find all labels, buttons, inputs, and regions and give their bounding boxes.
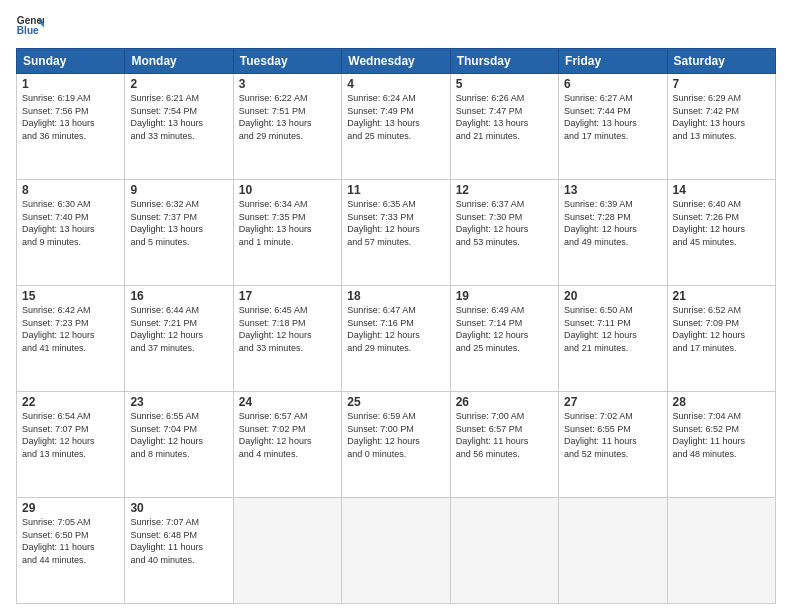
- col-header-friday: Friday: [559, 49, 667, 74]
- day-info: Sunrise: 6:45 AM Sunset: 7:18 PM Dayligh…: [239, 304, 336, 354]
- week-row-5: 29Sunrise: 7:05 AM Sunset: 6:50 PM Dayli…: [17, 498, 776, 604]
- day-number: 25: [347, 395, 444, 409]
- day-info: Sunrise: 6:55 AM Sunset: 7:04 PM Dayligh…: [130, 410, 227, 460]
- day-cell: 2Sunrise: 6:21 AM Sunset: 7:54 PM Daylig…: [125, 74, 233, 180]
- day-number: 16: [130, 289, 227, 303]
- week-row-4: 22Sunrise: 6:54 AM Sunset: 7:07 PM Dayli…: [17, 392, 776, 498]
- col-header-tuesday: Tuesday: [233, 49, 341, 74]
- day-number: 27: [564, 395, 661, 409]
- day-info: Sunrise: 6:34 AM Sunset: 7:35 PM Dayligh…: [239, 198, 336, 248]
- day-cell: 20Sunrise: 6:50 AM Sunset: 7:11 PM Dayli…: [559, 286, 667, 392]
- col-header-wednesday: Wednesday: [342, 49, 450, 74]
- day-info: Sunrise: 6:26 AM Sunset: 7:47 PM Dayligh…: [456, 92, 553, 142]
- day-cell: 30Sunrise: 7:07 AM Sunset: 6:48 PM Dayli…: [125, 498, 233, 604]
- day-cell: 4Sunrise: 6:24 AM Sunset: 7:49 PM Daylig…: [342, 74, 450, 180]
- day-info: Sunrise: 6:35 AM Sunset: 7:33 PM Dayligh…: [347, 198, 444, 248]
- day-number: 11: [347, 183, 444, 197]
- day-number: 15: [22, 289, 119, 303]
- day-cell: 19Sunrise: 6:49 AM Sunset: 7:14 PM Dayli…: [450, 286, 558, 392]
- day-number: 14: [673, 183, 770, 197]
- day-info: Sunrise: 6:29 AM Sunset: 7:42 PM Dayligh…: [673, 92, 770, 142]
- day-number: 28: [673, 395, 770, 409]
- day-cell: 11Sunrise: 6:35 AM Sunset: 7:33 PM Dayli…: [342, 180, 450, 286]
- day-info: Sunrise: 7:05 AM Sunset: 6:50 PM Dayligh…: [22, 516, 119, 566]
- day-number: 5: [456, 77, 553, 91]
- day-info: Sunrise: 7:04 AM Sunset: 6:52 PM Dayligh…: [673, 410, 770, 460]
- day-number: 20: [564, 289, 661, 303]
- day-info: Sunrise: 6:22 AM Sunset: 7:51 PM Dayligh…: [239, 92, 336, 142]
- day-number: 30: [130, 501, 227, 515]
- week-row-3: 15Sunrise: 6:42 AM Sunset: 7:23 PM Dayli…: [17, 286, 776, 392]
- day-cell: [559, 498, 667, 604]
- day-info: Sunrise: 6:54 AM Sunset: 7:07 PM Dayligh…: [22, 410, 119, 460]
- day-cell: 29Sunrise: 7:05 AM Sunset: 6:50 PM Dayli…: [17, 498, 125, 604]
- day-number: 23: [130, 395, 227, 409]
- day-info: Sunrise: 6:37 AM Sunset: 7:30 PM Dayligh…: [456, 198, 553, 248]
- day-number: 22: [22, 395, 119, 409]
- day-cell: 16Sunrise: 6:44 AM Sunset: 7:21 PM Dayli…: [125, 286, 233, 392]
- logo-icon: General Blue: [16, 12, 44, 40]
- day-number: 18: [347, 289, 444, 303]
- day-cell: 22Sunrise: 6:54 AM Sunset: 7:07 PM Dayli…: [17, 392, 125, 498]
- day-number: 9: [130, 183, 227, 197]
- day-cell: [450, 498, 558, 604]
- day-number: 8: [22, 183, 119, 197]
- day-info: Sunrise: 6:27 AM Sunset: 7:44 PM Dayligh…: [564, 92, 661, 142]
- day-info: Sunrise: 6:42 AM Sunset: 7:23 PM Dayligh…: [22, 304, 119, 354]
- col-header-saturday: Saturday: [667, 49, 775, 74]
- day-info: Sunrise: 6:59 AM Sunset: 7:00 PM Dayligh…: [347, 410, 444, 460]
- col-header-sunday: Sunday: [17, 49, 125, 74]
- day-info: Sunrise: 6:40 AM Sunset: 7:26 PM Dayligh…: [673, 198, 770, 248]
- svg-text:Blue: Blue: [17, 25, 39, 36]
- day-cell: 8Sunrise: 6:30 AM Sunset: 7:40 PM Daylig…: [17, 180, 125, 286]
- day-number: 21: [673, 289, 770, 303]
- day-cell: 3Sunrise: 6:22 AM Sunset: 7:51 PM Daylig…: [233, 74, 341, 180]
- day-cell: 24Sunrise: 6:57 AM Sunset: 7:02 PM Dayli…: [233, 392, 341, 498]
- day-cell: 15Sunrise: 6:42 AM Sunset: 7:23 PM Dayli…: [17, 286, 125, 392]
- day-info: Sunrise: 6:49 AM Sunset: 7:14 PM Dayligh…: [456, 304, 553, 354]
- day-info: Sunrise: 7:02 AM Sunset: 6:55 PM Dayligh…: [564, 410, 661, 460]
- day-info: Sunrise: 6:19 AM Sunset: 7:56 PM Dayligh…: [22, 92, 119, 142]
- day-number: 13: [564, 183, 661, 197]
- day-info: Sunrise: 6:52 AM Sunset: 7:09 PM Dayligh…: [673, 304, 770, 354]
- day-cell: 18Sunrise: 6:47 AM Sunset: 7:16 PM Dayli…: [342, 286, 450, 392]
- day-info: Sunrise: 6:32 AM Sunset: 7:37 PM Dayligh…: [130, 198, 227, 248]
- day-cell: 23Sunrise: 6:55 AM Sunset: 7:04 PM Dayli…: [125, 392, 233, 498]
- day-number: 24: [239, 395, 336, 409]
- day-cell: 28Sunrise: 7:04 AM Sunset: 6:52 PM Dayli…: [667, 392, 775, 498]
- day-cell: 26Sunrise: 7:00 AM Sunset: 6:57 PM Dayli…: [450, 392, 558, 498]
- day-number: 7: [673, 77, 770, 91]
- day-number: 12: [456, 183, 553, 197]
- day-cell: 6Sunrise: 6:27 AM Sunset: 7:44 PM Daylig…: [559, 74, 667, 180]
- day-info: Sunrise: 6:57 AM Sunset: 7:02 PM Dayligh…: [239, 410, 336, 460]
- day-info: Sunrise: 6:47 AM Sunset: 7:16 PM Dayligh…: [347, 304, 444, 354]
- col-header-monday: Monday: [125, 49, 233, 74]
- calendar-table: SundayMondayTuesdayWednesdayThursdayFrid…: [16, 48, 776, 604]
- day-number: 2: [130, 77, 227, 91]
- day-number: 6: [564, 77, 661, 91]
- header-row: SundayMondayTuesdayWednesdayThursdayFrid…: [17, 49, 776, 74]
- day-cell: 9Sunrise: 6:32 AM Sunset: 7:37 PM Daylig…: [125, 180, 233, 286]
- day-cell: 13Sunrise: 6:39 AM Sunset: 7:28 PM Dayli…: [559, 180, 667, 286]
- day-number: 26: [456, 395, 553, 409]
- day-cell: 27Sunrise: 7:02 AM Sunset: 6:55 PM Dayli…: [559, 392, 667, 498]
- day-cell: 12Sunrise: 6:37 AM Sunset: 7:30 PM Dayli…: [450, 180, 558, 286]
- day-cell: [342, 498, 450, 604]
- day-info: Sunrise: 7:00 AM Sunset: 6:57 PM Dayligh…: [456, 410, 553, 460]
- day-cell: 5Sunrise: 6:26 AM Sunset: 7:47 PM Daylig…: [450, 74, 558, 180]
- day-info: Sunrise: 7:07 AM Sunset: 6:48 PM Dayligh…: [130, 516, 227, 566]
- day-number: 19: [456, 289, 553, 303]
- day-info: Sunrise: 6:39 AM Sunset: 7:28 PM Dayligh…: [564, 198, 661, 248]
- day-info: Sunrise: 6:21 AM Sunset: 7:54 PM Dayligh…: [130, 92, 227, 142]
- week-row-1: 1Sunrise: 6:19 AM Sunset: 7:56 PM Daylig…: [17, 74, 776, 180]
- day-cell: 7Sunrise: 6:29 AM Sunset: 7:42 PM Daylig…: [667, 74, 775, 180]
- day-number: 10: [239, 183, 336, 197]
- day-info: Sunrise: 6:24 AM Sunset: 7:49 PM Dayligh…: [347, 92, 444, 142]
- day-cell: 21Sunrise: 6:52 AM Sunset: 7:09 PM Dayli…: [667, 286, 775, 392]
- day-number: 29: [22, 501, 119, 515]
- day-cell: [667, 498, 775, 604]
- day-cell: 17Sunrise: 6:45 AM Sunset: 7:18 PM Dayli…: [233, 286, 341, 392]
- day-number: 17: [239, 289, 336, 303]
- day-number: 3: [239, 77, 336, 91]
- day-cell: 1Sunrise: 6:19 AM Sunset: 7:56 PM Daylig…: [17, 74, 125, 180]
